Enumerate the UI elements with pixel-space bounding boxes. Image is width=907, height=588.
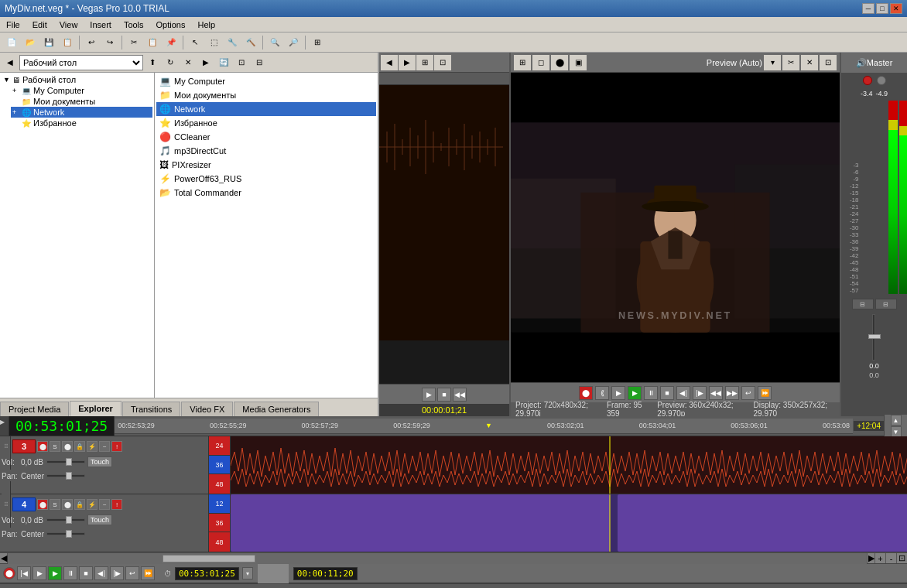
track-env-3[interactable]: ~	[99, 441, 110, 452]
go-up-button[interactable]: ⬆	[144, 55, 161, 70]
tree-item-desktop[interactable]: ▼ 🖥 Рабочий стол	[2, 74, 152, 85]
vt-pause[interactable]: ⏸	[644, 386, 658, 400]
select-button[interactable]: ⬚	[205, 35, 222, 50]
tl-record[interactable]: ⬤	[3, 567, 15, 579]
close-button[interactable]: ✕	[890, 3, 902, 14]
zoom-in-button[interactable]: 🔍	[266, 35, 283, 50]
tab-media-gen[interactable]: Media Generators	[234, 402, 319, 416]
file-item-totalcmd[interactable]: 📂 Total Commander	[156, 186, 376, 200]
new-button[interactable]: 📄	[3, 35, 20, 50]
maximize-button[interactable]: □	[876, 3, 888, 14]
strip-btn1[interactable]: ◀	[381, 55, 398, 70]
undo-button[interactable]: ↩	[83, 35, 100, 50]
track-mute-3[interactable]: ⬤	[37, 441, 48, 452]
tl-prev-frame[interactable]: ◀|	[94, 566, 108, 580]
menu-edit[interactable]: Edit	[26, 19, 53, 31]
master-fader[interactable]	[868, 334, 881, 339]
pan-slider-thumb-4[interactable]	[66, 530, 72, 538]
cursor-button[interactable]: ↖	[187, 35, 204, 50]
tab-explorer[interactable]: Explorer	[70, 401, 122, 416]
vp-btn5[interactable]: ✂	[782, 55, 799, 70]
zoom-fit-button[interactable]: ⊡	[233, 55, 250, 70]
rewind-btn[interactable]: ◀◀	[453, 388, 467, 402]
vp-auto-btn[interactable]: ▾	[764, 55, 781, 70]
timeline-hscroll[interactable]: ◀ ▶ + - ⊡	[0, 552, 907, 563]
scroll-left-btn[interactable]: ◀	[0, 553, 8, 564]
loop-button[interactable]: 🔄	[215, 55, 232, 70]
touch-btn-4[interactable]: Touch	[87, 514, 112, 525]
scroll-thumb[interactable]	[163, 555, 255, 562]
vol-slider-thumb-4[interactable]	[66, 516, 72, 524]
menu-help[interactable]: Help	[191, 19, 221, 31]
vt-stop[interactable]: ■	[660, 386, 674, 400]
file-item-favorites[interactable]: ⭐ Избранное	[156, 116, 376, 130]
track-fx-4[interactable]: ⚡	[87, 499, 98, 510]
tl-stop[interactable]: ■	[79, 566, 93, 580]
explorer-back[interactable]: ◀	[2, 55, 19, 70]
track-fx-3[interactable]: ⚡	[87, 441, 98, 452]
tl-pause[interactable]: ⏸	[63, 566, 77, 580]
file-item-mp3direct[interactable]: 🎵 mp3DirectCut	[156, 144, 376, 158]
stop-button[interactable]: ✕	[180, 55, 197, 70]
strip-btn2[interactable]: ▶	[399, 55, 416, 70]
tool3-button[interactable]: 🔧	[224, 35, 241, 50]
pan-slider-thumb-3[interactable]	[66, 472, 72, 480]
file-item-mydocs[interactable]: 📁 Мои документы	[156, 88, 376, 102]
tab-video-fx[interactable]: Video FX	[181, 402, 233, 416]
scroll-right-btn[interactable]: ▶	[867, 553, 874, 564]
redo-button[interactable]: ↪	[101, 35, 118, 50]
vt-play[interactable]: ▶	[611, 386, 625, 400]
track-auto-4[interactable]: !	[111, 499, 122, 510]
stop-btn[interactable]: ■	[437, 388, 451, 402]
track-mute-4[interactable]: ⬤	[37, 499, 48, 510]
file-item-network[interactable]: 🌐 Network	[156, 102, 376, 116]
tree-item-mycomputer[interactable]: + 💻 My Computer	[11, 85, 152, 96]
vt-next-frame[interactable]: |▶	[693, 386, 707, 400]
collapse-btn[interactable]: ⊟	[875, 299, 897, 309]
tl-play[interactable]: ▶	[33, 566, 46, 580]
vt-fast-fwd[interactable]: ⏩	[758, 386, 772, 400]
file-item-pixresizer[interactable]: 🖼 PIXresizer	[156, 158, 376, 172]
vp-btn2[interactable]: ◻	[532, 55, 549, 70]
master-knob-l[interactable]	[877, 76, 886, 85]
tab-transitions[interactable]: Transitions	[122, 402, 180, 416]
zoom-fit-tl[interactable]: ⊡	[896, 553, 907, 564]
vp-btn4[interactable]: ▣	[570, 55, 587, 70]
location-select[interactable]: Рабочий стол	[19, 55, 143, 70]
track-env-4[interactable]: ~	[99, 499, 110, 510]
menu-options[interactable]: Options	[150, 19, 192, 31]
tree-item-network[interactable]: + 🌐 Network	[11, 107, 152, 118]
track-vol-slider-3[interactable]	[46, 460, 85, 463]
track-pan-slider-3[interactable]	[46, 474, 85, 477]
tl-rewind-start[interactable]: |◀	[17, 566, 31, 580]
track-lock-3[interactable]: 🔒	[74, 441, 85, 452]
expand-btn[interactable]: ⊟	[852, 299, 874, 309]
menu-insert[interactable]: Insert	[84, 19, 118, 31]
track-auto-3[interactable]: !	[111, 441, 122, 452]
strip-btn4[interactable]: ⊡	[434, 55, 451, 70]
tl-loop[interactable]: ↩	[125, 566, 139, 580]
file-item-ccleaner[interactable]: 🔴 CCleaner	[156, 130, 376, 144]
track-vol-slider-4[interactable]	[46, 518, 85, 521]
vt-record[interactable]: ⬤	[579, 386, 593, 400]
menu-tools[interactable]: Tools	[118, 19, 150, 31]
zoom-in-tl[interactable]: +	[874, 553, 885, 564]
track-pan-slider-4[interactable]	[46, 532, 85, 535]
vp-btn7[interactable]: ⊡	[820, 55, 837, 70]
vt-prev-marker[interactable]: ◀◀	[709, 386, 723, 400]
vt-rewind-end[interactable]: ⟪	[595, 386, 609, 400]
vt-prev-frame[interactable]: ◀|	[676, 386, 690, 400]
save-as-button[interactable]: 📋	[59, 35, 76, 50]
track-rec-3[interactable]: ⬤	[62, 441, 73, 452]
grid-button[interactable]: ⊞	[309, 35, 326, 50]
vol-slider-thumb-3[interactable]	[66, 458, 72, 466]
strip-btn3[interactable]: ⊞	[416, 55, 433, 70]
tl-play-green[interactable]: ▶	[48, 566, 62, 580]
scroll-up[interactable]: ▲	[891, 415, 902, 426]
menu-view[interactable]: View	[53, 19, 84, 31]
master-knob-r[interactable]	[863, 76, 872, 85]
file-item-poweroff[interactable]: ⚡ PowerOff63_RUS	[156, 172, 376, 186]
tl-next-frame[interactable]: |▶	[110, 566, 124, 580]
copy-button[interactable]: 📋	[144, 35, 161, 50]
file-item-mycomputer[interactable]: 💻 My Computer	[156, 74, 376, 88]
